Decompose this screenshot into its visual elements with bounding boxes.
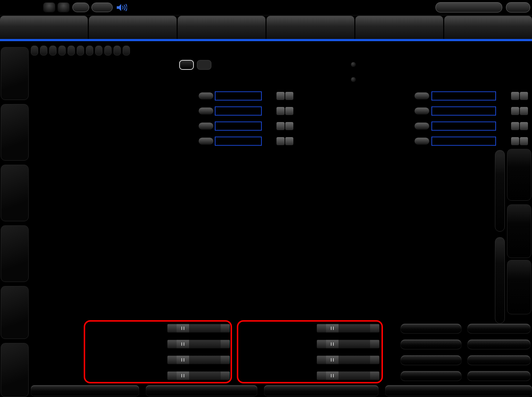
channel-tabs-scroll-right-icon[interactable] (149, 46, 157, 55)
low-pass-freq-input[interactable] (431, 136, 496, 146)
dim-button[interactable] (72, 3, 89, 12)
sidebar-item-config-editor[interactable] (1, 225, 29, 282)
cancel-button[interactable] (146, 385, 257, 396)
zoom-out-scroll-button[interactable] (495, 237, 505, 323)
sidebar-item-system-status[interactable] (1, 343, 29, 397)
volume-up-knob[interactable] (57, 2, 70, 12)
channel-tab[interactable] (95, 46, 102, 56)
high-pass-freq-input[interactable] (215, 106, 262, 115)
slider-track[interactable] (177, 356, 221, 364)
high-pass-freq-input[interactable] (215, 136, 262, 146)
high-pass-dropdown-button[interactable] (199, 107, 213, 114)
apply-button[interactable] (264, 385, 379, 396)
channel-tab-sub1[interactable] (123, 46, 130, 56)
slider-right-icon[interactable] (370, 372, 379, 380)
zoom-in-scroll-button[interactable] (495, 150, 505, 232)
channel-tab[interactable] (58, 46, 66, 56)
power-direct-view-button[interactable] (507, 260, 531, 314)
tab-optimizer-graphs[interactable] (178, 16, 265, 39)
freq-step-down-icon[interactable] (511, 107, 519, 115)
slider-left-icon[interactable] (167, 324, 177, 333)
freq-step-down-icon[interactable] (276, 107, 285, 115)
mute-button[interactable] (91, 3, 113, 12)
low-pass-dropdown-button[interactable] (415, 92, 429, 99)
channel-mute-button[interactable] (467, 339, 531, 349)
freq-step-up-icon[interactable] (520, 122, 528, 130)
slider-handle[interactable] (326, 340, 339, 348)
back-to-main-screen-button[interactable] (435, 2, 502, 12)
invert-polarity-button[interactable] (400, 323, 462, 333)
tab-setup[interactable] (355, 16, 443, 39)
level-slider[interactable] (167, 355, 230, 365)
slider-handle[interactable] (326, 372, 339, 380)
channel-tab[interactable] (31, 46, 38, 56)
high-pass-freq-input[interactable] (215, 91, 262, 100)
delay-slider[interactable] (316, 371, 380, 380)
sidebar-item-active-xovers[interactable] (1, 104, 29, 161)
freq-step-down-icon[interactable] (276, 92, 285, 100)
channel-mute-button[interactable] (467, 323, 531, 333)
freq-step-up-icon[interactable] (285, 92, 293, 100)
channel-mute-button[interactable] (467, 355, 531, 365)
high-pass-dropdown-button[interactable] (199, 122, 213, 129)
slider-track[interactable] (326, 324, 370, 333)
radio-icon[interactable] (351, 77, 356, 82)
slider-left-icon[interactable] (317, 372, 326, 380)
response-view-button[interactable] (507, 204, 531, 258)
channel-tab[interactable] (113, 46, 121, 56)
slider-track[interactable] (326, 340, 370, 348)
channel-tab[interactable] (86, 46, 93, 56)
slider-track[interactable] (177, 324, 221, 333)
slider-left-icon[interactable] (167, 356, 177, 364)
freq-step-up-icon[interactable] (520, 137, 528, 145)
delay-slider[interactable] (316, 324, 380, 333)
slider-handle[interactable] (177, 372, 189, 380)
low-pass-freq-input[interactable] (431, 106, 496, 115)
invert-polarity-button[interactable] (400, 371, 462, 381)
freq-step-down-icon[interactable] (511, 122, 519, 130)
slider-left-icon[interactable] (167, 372, 177, 380)
low-pass-dropdown-button[interactable] (415, 107, 429, 114)
slider-right-icon[interactable] (370, 340, 379, 348)
filters-view-button[interactable] (507, 149, 531, 201)
channel-tabs-scroll-left-icon[interactable] (136, 46, 144, 55)
high-pass-freq-input[interactable] (215, 121, 262, 130)
low-pass-freq-input[interactable] (431, 121, 496, 130)
slider-handle[interactable] (177, 324, 189, 333)
sidebar-item-clock[interactable] (1, 165, 29, 221)
freq-step-up-icon[interactable] (285, 122, 293, 130)
freq-step-up-icon[interactable] (285, 107, 293, 115)
link-button[interactable] (31, 385, 139, 396)
channel-tab[interactable] (49, 46, 57, 56)
slider-handle[interactable] (326, 324, 339, 333)
high-pass-dropdown-button[interactable] (199, 137, 213, 144)
channel-tab[interactable] (104, 46, 112, 56)
sidebar-item-sources[interactable] (1, 47, 29, 100)
slider-track[interactable] (326, 372, 370, 380)
level-slider[interactable] (167, 324, 230, 333)
slider-handle[interactable] (177, 356, 189, 364)
freq-step-up-icon[interactable] (285, 137, 293, 145)
sidebar-item-network[interactable] (1, 286, 29, 339)
freq-step-down-icon[interactable] (511, 92, 519, 100)
slider-right-icon[interactable] (370, 356, 379, 364)
slider-handle[interactable] (326, 356, 339, 364)
channel-tab[interactable] (68, 46, 75, 56)
ways-decrement-button[interactable] (179, 60, 194, 70)
high-pass-dropdown-button[interactable] (199, 92, 213, 99)
low-pass-dropdown-button[interactable] (415, 122, 429, 129)
freq-step-up-icon[interactable] (520, 107, 528, 115)
freq-step-up-icon[interactable] (520, 92, 528, 100)
volume-down-knob[interactable] (43, 2, 55, 12)
low-pass-dropdown-button[interactable] (415, 137, 429, 144)
slider-right-icon[interactable] (221, 340, 230, 348)
tab-optimizer-settings[interactable] (89, 16, 177, 39)
channel-tab[interactable] (77, 46, 84, 56)
channel-mute-button[interactable] (467, 371, 531, 381)
ways-increment-button[interactable] (197, 60, 211, 70)
slider-left-icon[interactable] (317, 324, 326, 333)
slider-left-icon[interactable] (317, 356, 326, 364)
slider-track[interactable] (326, 356, 370, 364)
radio-icon[interactable] (351, 62, 356, 67)
freq-step-down-icon[interactable] (276, 137, 285, 145)
